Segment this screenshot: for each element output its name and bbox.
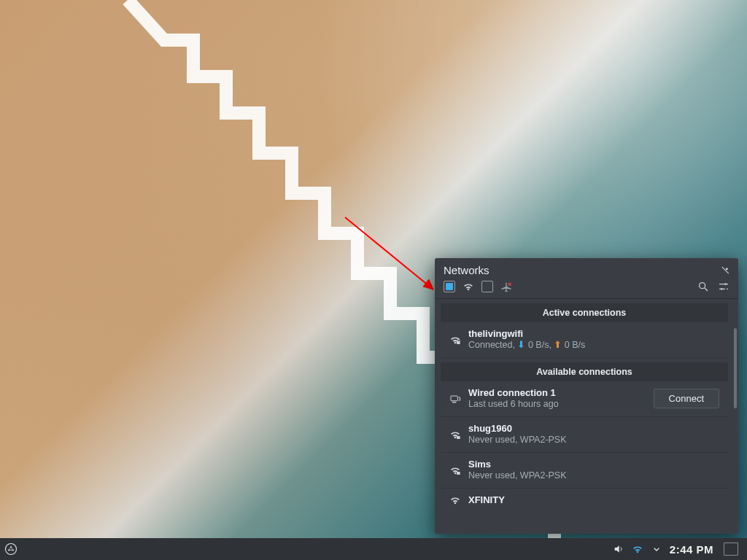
connect-button[interactable]: Connect bbox=[654, 389, 719, 408]
start-button[interactable] bbox=[0, 538, 22, 560]
available-connection-row[interactable]: Sims Never used, WPA2-PSK bbox=[441, 453, 728, 489]
svg-rect-12 bbox=[452, 402, 456, 402]
wired-icon bbox=[449, 393, 461, 405]
connection-name: shug1960 bbox=[468, 423, 567, 435]
pin-icon[interactable] bbox=[721, 266, 729, 275]
airplane-mode-icon[interactable] bbox=[500, 281, 512, 292]
tray-expand-icon[interactable] bbox=[651, 543, 662, 555]
wifi-lock-icon bbox=[449, 429, 461, 440]
available-connection-row[interactable]: Wired connection 1 Last used 6 hours ago… bbox=[441, 381, 728, 417]
section-available-connections: Available connections bbox=[441, 362, 728, 381]
taskbar: 2:44 PM bbox=[0, 538, 747, 560]
svg-point-9 bbox=[721, 288, 723, 290]
mobile-broadband-checkbox[interactable] bbox=[481, 281, 493, 292]
show-desktop-button[interactable] bbox=[724, 542, 738, 556]
popup-scrollbar[interactable] bbox=[734, 328, 737, 529]
connection-name: Wired connection 1 bbox=[468, 387, 559, 399]
connection-status: Connected, ⬇ 0 B/s, ⬆ 0 B/s bbox=[468, 340, 585, 351]
svg-point-6 bbox=[700, 283, 705, 289]
connection-name: thelivingwifi bbox=[468, 328, 585, 340]
enable-networking-checkbox[interactable] bbox=[444, 281, 455, 292]
search-icon[interactable] bbox=[697, 281, 709, 292]
popup-title: Networks bbox=[444, 264, 489, 276]
svg-rect-10 bbox=[457, 341, 460, 344]
scrollbar-thumb[interactable] bbox=[734, 328, 737, 408]
available-connection-row[interactable]: XFINITY bbox=[441, 489, 728, 512]
volume-icon[interactable] bbox=[613, 543, 624, 555]
connection-name: XFINITY bbox=[468, 494, 505, 506]
wifi-icon bbox=[449, 494, 461, 506]
system-tray: 2:44 PM bbox=[604, 542, 747, 556]
svg-rect-13 bbox=[457, 436, 460, 439]
network-applet-popup: Networks Active connections bbox=[435, 258, 738, 534]
taskbar-clock[interactable]: 2:44 PM bbox=[670, 543, 713, 556]
svg-rect-14 bbox=[457, 472, 460, 475]
active-connection-row[interactable]: thelivingwifi Connected, ⬇ 0 B/s, ⬆ 0 B/… bbox=[441, 322, 728, 358]
settings-sliders-icon[interactable] bbox=[718, 281, 729, 292]
connection-sub: Never used, WPA2-PSK bbox=[468, 470, 567, 482]
section-active-connections: Active connections bbox=[441, 303, 728, 322]
available-connection-row[interactable]: shug1960 Never used, WPA2-PSK bbox=[441, 417, 728, 453]
wifi-lock-icon bbox=[449, 334, 461, 346]
connections-list: Active connections thelivingwifi Connect… bbox=[435, 299, 738, 534]
connection-sub: Never used, WPA2-PSK bbox=[468, 435, 567, 446]
svg-rect-11 bbox=[451, 396, 457, 401]
popup-toolbar bbox=[435, 278, 738, 299]
connection-name: Sims bbox=[468, 459, 567, 470]
svg-point-8 bbox=[724, 283, 727, 285]
wifi-lock-icon bbox=[449, 464, 461, 476]
svg-line-7 bbox=[705, 288, 708, 291]
wifi-icon[interactable] bbox=[462, 281, 474, 292]
connection-sub: Last used 6 hours ago bbox=[468, 399, 559, 411]
network-tray-icon[interactable] bbox=[632, 543, 643, 555]
svg-point-15 bbox=[6, 544, 17, 555]
svg-point-3 bbox=[726, 268, 728, 270]
